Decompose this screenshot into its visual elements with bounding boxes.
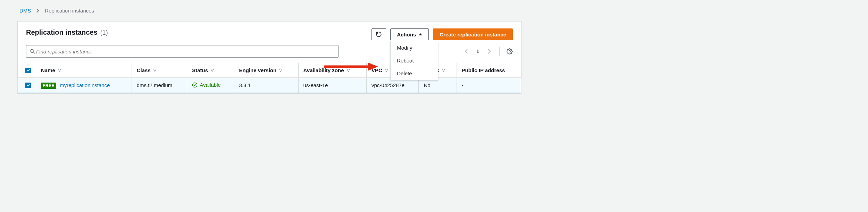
page-next-button[interactable]: [486, 47, 492, 56]
col-status[interactable]: Status▽: [187, 63, 234, 78]
refresh-icon: [376, 31, 382, 37]
actions-button-label: Actions: [397, 32, 416, 37]
cell-class: dms.t2.medium: [132, 78, 187, 93]
cell-engine-version: 3.3.1: [234, 78, 298, 93]
replication-instances-panel: Replication instances (1) Actions: [17, 21, 521, 94]
status-badge: Available: [192, 82, 221, 88]
col-public-ip[interactable]: Public IP address: [457, 63, 521, 78]
page-number: 1: [474, 49, 481, 54]
select-all-checkbox[interactable]: [25, 68, 31, 73]
sort-icon: ▽: [385, 68, 388, 73]
col-class[interactable]: Class▽: [132, 63, 187, 78]
panel-title-count: (1): [100, 29, 108, 36]
sort-icon: ▽: [442, 68, 445, 73]
breadcrumb-current: Replication instances: [45, 8, 94, 14]
sort-icon: ▽: [153, 68, 156, 73]
instances-table: Name▽ Class▽ Status▽ Engine version▽ Ava…: [18, 63, 521, 93]
svg-line-1: [33, 52, 35, 53]
settings-button[interactable]: [507, 48, 513, 54]
sort-icon: ▽: [279, 68, 282, 73]
search-input[interactable]: [35, 48, 335, 55]
cell-az: us-east-1e: [298, 78, 366, 93]
create-replication-instance-button[interactable]: Create replication instance: [433, 28, 513, 40]
actions-button[interactable]: Actions: [390, 28, 429, 40]
instance-name-link[interactable]: myreplicationinstance: [60, 82, 110, 88]
page-prev-button[interactable]: [463, 47, 469, 56]
col-engine-version[interactable]: Engine version▽: [234, 63, 298, 78]
panel-title-text: Replication instances: [26, 28, 98, 36]
sort-icon: ▽: [347, 68, 350, 73]
sort-icon: ▽: [58, 68, 61, 73]
breadcrumb-root-link[interactable]: DMS: [19, 8, 31, 14]
sort-icon: ▽: [211, 68, 214, 73]
svg-point-3: [193, 83, 197, 87]
svg-point-2: [509, 51, 511, 52]
table-row[interactable]: FREE myreplicationinstance dms.t2.medium…: [18, 78, 521, 93]
row-checkbox[interactable]: [25, 83, 31, 88]
search-box[interactable]: [26, 45, 339, 58]
chevron-right-icon: [36, 9, 39, 13]
action-reboot[interactable]: Reboot: [391, 54, 438, 67]
free-badge: FREE: [41, 83, 56, 89]
action-modify[interactable]: Modify: [391, 41, 438, 54]
cell-public-ip: -: [457, 78, 521, 93]
refresh-button[interactable]: [372, 28, 386, 40]
check-circle-icon: [192, 82, 198, 88]
caret-up-icon: [419, 33, 422, 35]
actions-menu: Modify Reboot Delete: [390, 41, 438, 80]
search-icon: [30, 49, 35, 54]
action-delete[interactable]: Delete: [391, 67, 438, 80]
col-availability-zone[interactable]: Availability zone▽: [298, 63, 366, 78]
col-name[interactable]: Name▽: [36, 63, 132, 78]
breadcrumb: DMS Replication instances: [17, 8, 862, 14]
panel-title: Replication instances (1): [26, 28, 108, 36]
svg-point-0: [31, 49, 34, 52]
pager: 1: [463, 47, 513, 56]
pager-divider: [499, 47, 500, 56]
